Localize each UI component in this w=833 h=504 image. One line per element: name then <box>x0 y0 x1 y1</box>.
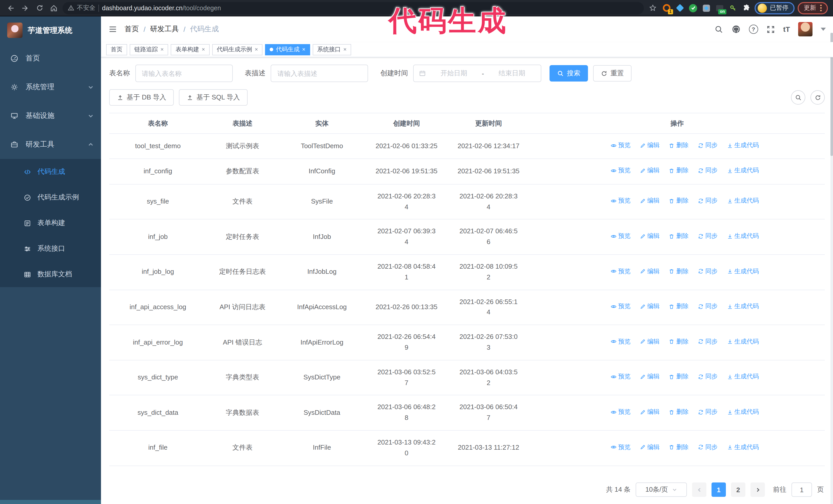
generate-code-action[interactable]: 生成代码 <box>727 337 759 346</box>
generate-code-action[interactable]: 生成代码 <box>727 407 759 417</box>
edit-action[interactable]: 编辑 <box>640 141 660 150</box>
prev-page-button[interactable] <box>692 482 706 497</box>
table-desc-input[interactable] <box>271 65 368 82</box>
generate-code-action[interactable]: 生成代码 <box>727 196 759 206</box>
preview-action[interactable]: 预览 <box>611 302 630 311</box>
edit-action[interactable]: 编辑 <box>640 302 660 311</box>
tab-codegen-example[interactable]: 代码生成示例× <box>212 44 263 55</box>
breadcrumb-home[interactable]: 首页 <box>124 25 139 34</box>
sidebar-item-db-doc[interactable]: 数据库文档 <box>0 262 101 287</box>
delete-action[interactable]: 删除 <box>669 372 689 382</box>
extension-green-check-icon[interactable] <box>688 3 698 13</box>
home-icon[interactable] <box>48 2 60 14</box>
delete-action[interactable]: 删除 <box>669 231 689 241</box>
sidebar-item-codegen[interactable]: 代码生成 <box>0 159 101 185</box>
profile-chip[interactable]: 已暂停 <box>755 2 794 14</box>
close-icon[interactable]: × <box>302 47 306 52</box>
delete-action[interactable]: 删除 <box>669 407 689 417</box>
sync-action[interactable]: 同步 <box>698 196 718 206</box>
sync-action[interactable]: 同步 <box>698 302 718 311</box>
preview-action[interactable]: 预览 <box>611 196 630 206</box>
bookmark-star-icon[interactable] <box>647 2 658 14</box>
page-button-1[interactable]: 1 <box>712 482 726 497</box>
sync-action[interactable]: 同步 <box>698 166 718 175</box>
sidebar-item-codegen-example[interactable]: 代码生成示例 <box>0 185 101 210</box>
preview-action[interactable]: 预览 <box>611 337 630 346</box>
tab-home[interactable]: 首页 <box>106 44 127 55</box>
extension-gem-icon[interactable] <box>674 3 685 13</box>
sync-action[interactable]: 同步 <box>698 372 718 382</box>
edit-action[interactable]: 编辑 <box>640 337 660 346</box>
preview-action[interactable]: 预览 <box>611 372 630 382</box>
delete-action[interactable]: 删除 <box>669 302 689 311</box>
reset-button[interactable]: 重置 <box>593 65 632 81</box>
tab-codegen[interactable]: 代码生成× <box>265 44 310 55</box>
generate-code-action[interactable]: 生成代码 <box>727 141 759 150</box>
edit-action[interactable]: 编辑 <box>640 231 660 241</box>
generate-code-action[interactable]: 生成代码 <box>727 231 759 241</box>
preview-action[interactable]: 预览 <box>611 166 630 175</box>
toggle-search-button[interactable] <box>791 90 805 104</box>
extensions-puzzle-icon[interactable] <box>741 3 752 13</box>
end-date-input[interactable]: 结束日期 <box>488 69 536 78</box>
edit-action[interactable]: 编辑 <box>640 166 660 175</box>
collapse-sidebar-icon[interactable] <box>108 25 117 34</box>
help-icon[interactable]: ? <box>749 25 758 34</box>
generate-code-action[interactable]: 生成代码 <box>727 372 759 382</box>
close-icon[interactable]: × <box>255 47 258 52</box>
preview-action[interactable]: 预览 <box>611 407 630 417</box>
close-icon[interactable]: × <box>161 47 164 52</box>
start-date-input[interactable]: 开始日期 <box>430 69 478 78</box>
preview-action[interactable]: 预览 <box>611 231 630 241</box>
logo[interactable]: 芋道管理系统 <box>0 17 101 44</box>
forward-icon[interactable] <box>20 2 31 14</box>
close-icon[interactable]: × <box>343 47 347 52</box>
refresh-table-button[interactable] <box>810 90 825 104</box>
date-range-picker[interactable]: 开始日期 - 结束日期 <box>413 65 541 82</box>
edit-action[interactable]: 编辑 <box>640 372 660 382</box>
preview-action[interactable]: 预览 <box>611 266 630 276</box>
search-button[interactable]: 搜索 <box>549 65 588 81</box>
delete-action[interactable]: 删除 <box>669 166 689 175</box>
fullscreen-icon[interactable] <box>766 25 775 33</box>
import-db-button[interactable]: 基于 DB 导入 <box>109 89 174 105</box>
page-button-2[interactable]: 2 <box>731 482 745 497</box>
edit-action[interactable]: 编辑 <box>640 407 660 417</box>
generate-code-action[interactable]: 生成代码 <box>727 166 759 175</box>
sync-action[interactable]: 同步 <box>698 407 718 417</box>
update-button[interactable]: 更新 <box>798 2 828 14</box>
table-name-input[interactable] <box>135 65 233 82</box>
font-size-icon[interactable]: tT <box>783 25 790 33</box>
delete-action[interactable]: 删除 <box>669 266 689 276</box>
address-bar[interactable]: 不安全 dashboard.yudao.iocoder.cn/tool/code… <box>63 2 644 14</box>
sync-action[interactable]: 同步 <box>698 266 718 276</box>
sidebar-item-home[interactable]: 首页 <box>0 44 101 73</box>
tab-trace[interactable]: 链路追踪× <box>130 44 168 55</box>
extension-orange-icon[interactable]: 1 <box>661 3 671 13</box>
delete-action[interactable]: 删除 <box>669 141 689 150</box>
sidebar-item-system[interactable]: 系统管理 <box>0 73 101 101</box>
search-icon[interactable] <box>715 25 723 33</box>
user-menu-caret-icon[interactable] <box>821 28 826 31</box>
next-page-button[interactable] <box>751 482 765 497</box>
delete-action[interactable]: 删除 <box>669 442 689 452</box>
browser-menu-icon[interactable] <box>820 5 822 11</box>
tab-form-builder[interactable]: 表单构建× <box>171 44 210 55</box>
extension-on-icon[interactable]: on <box>715 3 725 13</box>
page-size-select[interactable]: 10条/页 <box>636 482 687 497</box>
edit-action[interactable]: 编辑 <box>640 442 660 452</box>
generate-code-action[interactable]: 生成代码 <box>727 302 759 311</box>
delete-action[interactable]: 删除 <box>669 196 689 206</box>
github-icon[interactable] <box>732 25 741 34</box>
preview-action[interactable]: 预览 <box>611 141 630 150</box>
generate-code-action[interactable]: 生成代码 <box>727 442 759 452</box>
sync-action[interactable]: 同步 <box>698 337 718 346</box>
security-chip[interactable]: 不安全 <box>68 4 95 12</box>
extension-sliders-icon[interactable] <box>701 3 712 13</box>
sidebar-item-infrastructure[interactable]: 基础设施 <box>0 101 101 130</box>
back-icon[interactable] <box>5 2 17 14</box>
tab-system-api[interactable]: 系统接口× <box>313 44 351 55</box>
sidebar-item-devtools[interactable]: 研发工具 <box>0 130 101 159</box>
sync-action[interactable]: 同步 <box>698 231 718 241</box>
extension-key-icon[interactable] <box>728 3 738 13</box>
